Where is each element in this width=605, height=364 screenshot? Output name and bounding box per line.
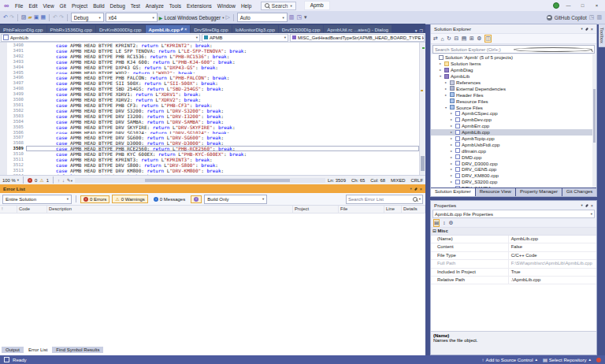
tree-item-apmbusbftdi-cpp[interactable]: ▸ApmbUsbFtdi.cpp [431,141,596,147]
panel-tab-error-list[interactable]: Error List [24,347,51,353]
expander-icon[interactable]: ▸ [444,87,448,91]
close-icon[interactable]: × [420,187,422,191]
vertical-scrollbar[interactable] [419,43,425,175]
tree-item-drv-samba-cpp[interactable]: ▸DRV_SAMBA.cpp [431,185,596,188]
column-header-Line[interactable]: Line [384,206,402,213]
switch-views-icon[interactable]: ⇄ [433,35,438,42]
nav-backward-icon[interactable]: ↶ [3,14,8,20]
expander-icon[interactable]: ▸ [444,93,448,97]
breakpoint-margin[interactable] [0,80,7,86]
intellisense-filter-icon[interactable]: ≡ [191,195,202,203]
live-share-icon[interactable]: ▥ [289,14,295,20]
horizontal-scrollbar[interactable] [75,178,325,183]
code-line[interactable]: 3502 case APMB_HEAD_BTYPE_DRV_S3200: ret… [0,108,419,113]
configuration-combo[interactable]: Debug▾ [71,13,104,22]
menu-analyze[interactable]: Analyze [143,3,166,9]
breakpoint-margin[interactable] [0,48,7,54]
tree-item-drv-d3000-cpp[interactable]: ▸DRV_D3000.cpp [431,160,596,166]
panel-tab-output[interactable]: Output [2,347,24,353]
code-line[interactable]: 3491 case APMB_HEAD_BTYPE_LE_SFP_TENOVA:… [0,48,419,54]
close-icon[interactable]: × [591,203,593,208]
expander-icon[interactable]: ▸ [449,173,454,177]
type-dropdown[interactable]: APMB ▾ [202,34,288,42]
code-line[interactable]: 3495 case APMB_HEAD_BTYPE_WXD2: return L… [0,70,419,76]
tree-item-drv-km800-cpp[interactable]: ▸DRV_KM800.cpp [431,173,596,179]
breakpoint-margin[interactable] [0,97,7,102]
breakpoint-margin[interactable] [0,173,7,175]
breakpoint-margin[interactable] [0,70,7,76]
error-list-search-input[interactable]: Search Error List ▾ [346,195,423,204]
window-position-icon[interactable]: ▾ [410,187,412,191]
tree-item-dllmain-cpp[interactable]: ▸dllmain.cpp [431,147,596,154]
save-all-icon[interactable]: ▦ [40,14,46,20]
code-line[interactable]: 3498 case APMB_HEAD_BTYPE_SBD_254GS: ret… [0,86,419,91]
se-tab-solution-explorer[interactable]: Solution Explorer [431,188,475,196]
tree-item-apmberr-cpp[interactable]: ▸ApmbErr.cpp [431,123,596,129]
breakpoint-margin[interactable] [0,140,7,146]
tree-item-apmblib[interactable]: ▾ApmbLib [431,73,596,80]
nav-forward-icon[interactable]: ↷ [9,14,14,20]
error-list-title-bar[interactable]: Error List ▾ × [0,184,425,193]
home-icon[interactable]: ⌂ [440,36,444,42]
se-tab-resource-view[interactable]: Resource View [476,188,515,196]
build-only-combo[interactable]: Build Only▾ [204,195,267,204]
pin-icon[interactable] [585,203,588,206]
breakpoint-margin[interactable] [0,119,7,124]
menu-project[interactable]: Project [69,3,90,9]
menu-build[interactable]: Build [91,3,107,9]
tree-item-source-files[interactable]: ▾Source Files [431,104,596,110]
tree-item-external-dependencies[interactable]: ▸External Dependencies [431,85,596,91]
column-header-Details[interactable]: Details [402,206,425,213]
expander-icon[interactable]: ▸ [438,68,443,72]
notifications-bell-icon[interactable] [596,358,601,362]
collapse-all-icon[interactable]: ⊟ [454,35,458,42]
tree-item-apmbtcpip-cpp[interactable]: ▸ApmbTcpip.cpp [431,136,596,142]
pin-icon[interactable] [585,27,588,30]
menu-help[interactable]: Help [238,3,254,9]
breakpoint-margin[interactable] [0,168,7,173]
doc-tab-apmbutil[interactable]: ApmbUtil.rc ...ates() - Dialog [324,25,392,33]
code-line[interactable]: 3499 case APMB_HEAD_BTYPE_XDRV1: return … [0,91,419,97]
expander-icon[interactable]: ▸ [449,130,454,134]
code-line[interactable]: 3500 case APMB_HEAD_BTYPE_XDRV2: return … [0,97,419,102]
code-line[interactable]: 3510 case APMB_HEAD_BTYPE_PHB_KYC_600EX:… [0,151,419,157]
breakpoint-margin[interactable] [0,157,7,162]
menu-view[interactable]: View [40,3,57,9]
add-to-source-control-button[interactable]: ↑ Add to Source Control ▲ [482,357,538,362]
doc-tab-drvs3200dlg[interactable]: DrvS3200Dlg.cpp [279,25,324,33]
expander-icon[interactable]: ▸ [449,117,454,121]
breakpoint-margin[interactable] [0,135,7,140]
code-line[interactable]: 3490 case APMB_HEAD_BTYPE_KPRINT2: retur… [0,43,419,48]
error-list-body[interactable] [0,214,425,346]
error-scope-combo[interactable]: Entire Solution▾ [2,195,72,204]
code-line[interactable]: 3492 case APMB_HEAD_BTYPE_PHB_RC1536: re… [0,54,419,59]
code-line[interactable]: 3511 case APMB_HEAD_BTYPE_KPRINT3: retur… [0,157,419,162]
property-row-file-type[interactable]: File TypeC/C++ Code [431,252,596,260]
expander-icon[interactable]: ▸ [449,167,454,171]
auto-combo[interactable]: Auto▾ [237,13,288,22]
edit-actions-icon[interactable]: ✎▾ [67,178,72,183]
add-account-icon[interactable]: ▥ [596,14,602,20]
doc-tab-phbrx1536dlg[interactable]: PhbRx1536Dlg.cpp [47,25,95,33]
property-row-included-in-project[interactable]: Included In ProjectTrue [431,269,596,277]
undo-icon[interactable]: ↶ [53,14,58,20]
property-pages-icon[interactable]: ⚙ [448,220,453,226]
scrollbar-thumb[interactable] [145,179,290,182]
menu-tools[interactable]: Tools [166,3,184,9]
breakpoint-margin[interactable] [0,108,7,113]
errors-filter-button[interactable]: × 0 Errors [80,195,109,203]
copilot-send-icon[interactable]: ◳ [589,14,595,20]
doc-tab-iomonitordlg3[interactable]: IoMonitorDlg3.cpp [232,25,278,33]
breakpoint-margin[interactable] [0,65,7,70]
column-header-Code[interactable]: Code [17,206,47,213]
expander-icon[interactable]: ▸ [449,149,454,153]
tree-scrollbar[interactable] [592,54,596,188]
column-header-File[interactable]: File [339,206,384,213]
expander-icon[interactable]: ▸ [444,80,448,84]
se-tab-git-changes[interactable]: Git Changes [562,188,596,196]
doc-tab-phbfalcondlg[interactable]: PhbFalconDlg.cpp [0,25,46,33]
column-header-severity[interactable]: ! [0,206,17,213]
breakpoint-margin[interactable] [0,54,7,59]
toolbar-options-icon[interactable]: ▾ [304,14,307,20]
pin-icon[interactable] [180,28,184,31]
